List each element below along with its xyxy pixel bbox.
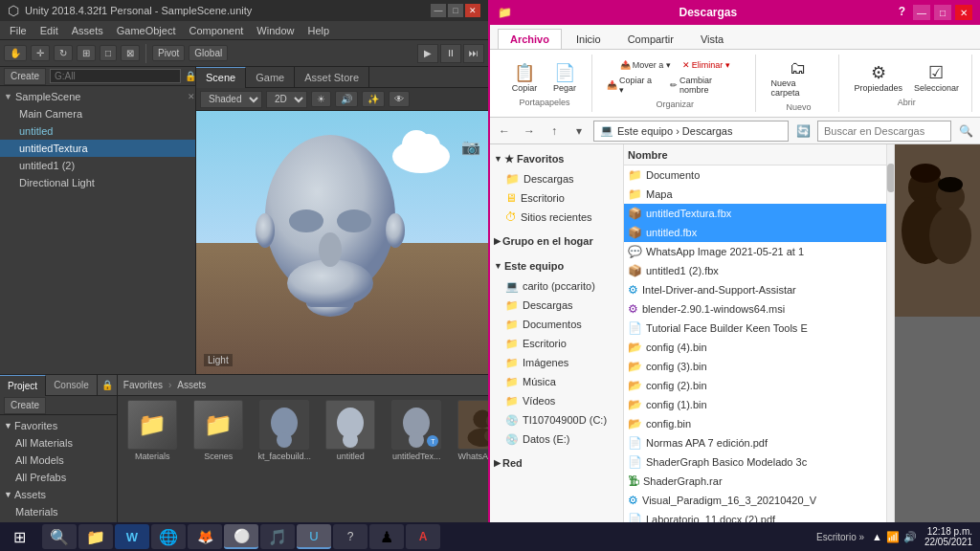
unity-minimize-btn[interactable]: — (431, 4, 446, 17)
eliminar-btn[interactable]: ✕ Eliminar ▾ (678, 57, 735, 73)
tool-rect[interactable]: □ (100, 45, 117, 61)
file-item[interactable]: 📂config (3).bin (624, 357, 886, 376)
refresh-btn[interactable]: 🔄 (792, 121, 813, 141)
hierarchy-search[interactable] (50, 69, 181, 83)
p-all-models[interactable]: All Models (0, 452, 117, 469)
equipo-header[interactable]: ▼ Este equipo (490, 255, 623, 276)
tab-scene[interactable]: Scene (196, 67, 246, 88)
file-item[interactable]: ⚙Intel-Driver-and-Support-Assistar (624, 280, 886, 299)
nav-back-btn[interactable]: ← (494, 121, 515, 141)
explorer-close-btn[interactable]: ✕ (955, 5, 972, 20)
file-item[interactable]: 📦untitledTextura.fbx (624, 204, 886, 223)
unity-win-controls[interactable]: — □ ✕ (431, 4, 480, 17)
file-item[interactable]: 📂config (4).bin (624, 338, 886, 357)
file-item[interactable]: 💬WhatsApp Image 2021-05-21 at 1 (624, 242, 886, 261)
explorer-minimize-btn[interactable]: — (913, 5, 930, 20)
tab-game[interactable]: Game (246, 67, 295, 88)
menu-window[interactable]: Window (251, 23, 300, 38)
taskbar-search[interactable]: 🔍 (42, 524, 77, 549)
scene-effect-btn[interactable]: ✨ (362, 91, 385, 107)
file-item[interactable]: 📦untitled.fbx (624, 223, 886, 242)
file-item[interactable]: 📄Normas APA 7 edición.pdf (624, 433, 886, 452)
mover-btn[interactable]: 📤 Mover a ▾ (615, 57, 676, 73)
tool-move[interactable]: ✛ (31, 45, 50, 61)
sidebar-escritorio[interactable]: 🖥 Escritorio (490, 188, 623, 208)
taskbar-word[interactable]: W (115, 524, 149, 549)
tool-hand[interactable]: ✋ (4, 45, 27, 61)
menu-component[interactable]: Component (183, 23, 249, 38)
ribbon-tab-compartir[interactable]: Compartir (615, 29, 686, 49)
h-untitled1[interactable]: untitled1 (2) (0, 157, 195, 174)
sidebar-descargas-2[interactable]: 📁 Descargas (490, 296, 623, 315)
p-favorites[interactable]: ▼ Favorites (0, 417, 117, 434)
menu-edit[interactable]: Edit (34, 23, 64, 38)
file-item[interactable]: 🗜ShaderGraph.rar (624, 472, 886, 491)
tool-scale[interactable]: ⊞ (77, 45, 96, 61)
file-item[interactable]: ⚙Visual_Paradigm_16_3_20210420_V (624, 491, 886, 510)
file-item[interactable]: 📁Mapa (624, 185, 886, 204)
taskbar-explorer[interactable]: 📁 (78, 524, 113, 549)
h-directional-light[interactable]: Directional Light (0, 174, 195, 191)
h-untitled[interactable]: untitled (0, 122, 195, 140)
copiar-a-btn[interactable]: 📥 Copiar a ▾ (602, 73, 663, 98)
explorer-maximize-btn[interactable]: □ (934, 5, 951, 20)
scrollbar-track[interactable] (886, 144, 894, 530)
taskbar-firefox[interactable]: 🦊 (188, 524, 222, 549)
sidebar-escritorio-2[interactable]: 📁 Escritorio (490, 334, 623, 353)
unity-maximize-btn[interactable]: □ (448, 4, 463, 17)
file-item[interactable]: 📂config.bin (624, 414, 886, 433)
nav-forward-btn[interactable]: → (519, 121, 540, 141)
taskbar-adobe[interactable]: A (406, 524, 440, 549)
red-header[interactable]: ▶ Red (490, 452, 623, 474)
sidebar-carito[interactable]: 💻 carito (pccarito) (490, 276, 623, 296)
tab-project[interactable]: Project (0, 375, 46, 396)
nav-up-btn[interactable]: ↑ (544, 121, 565, 141)
sidebar-sitios-recientes[interactable]: ⏱ Sitios recientes (490, 208, 623, 227)
p-assets[interactable]: ▼ Assets (0, 486, 117, 503)
ribbon-tab-archivo[interactable]: Archivo (498, 29, 562, 49)
taskbar-chess[interactable]: ♟ (369, 524, 404, 549)
tray-arrow[interactable]: ▲ (872, 531, 882, 542)
unity-close-btn[interactable]: ✕ (465, 4, 480, 17)
cambiar-btn[interactable]: ✏ Cambiar nombre (665, 73, 747, 98)
search-btn[interactable]: 🔍 (955, 121, 976, 141)
seleccionar-btn[interactable]: ☑ Seleccionar (909, 59, 964, 96)
file-item[interactable]: 📁Documento (624, 165, 886, 185)
tab-console[interactable]: Console (46, 375, 98, 396)
global-btn[interactable]: Global (189, 45, 228, 61)
sidebar-c-drive[interactable]: 💿 TI10704900D (C:) (490, 410, 623, 430)
pause-btn[interactable]: ⏸ (440, 44, 461, 63)
file-item[interactable]: 📦untitled1 (2).fbx (624, 261, 886, 280)
taskbar-ubuntu[interactable]: 🌐 (151, 524, 186, 549)
taskbar-unity[interactable]: U (297, 524, 331, 549)
p-all-materials[interactable]: All Materials (0, 434, 117, 452)
start-button[interactable]: ⊞ (0, 522, 38, 551)
h-untitled-textura[interactable]: untitledTextura (0, 140, 195, 157)
menu-help[interactable]: Help (301, 23, 335, 38)
hierarchy-create-btn[interactable]: Create (4, 68, 46, 85)
play-btn[interactable]: ▶ (417, 44, 438, 63)
ribbon-tab-vista[interactable]: Vista (688, 29, 736, 49)
tool-rotate[interactable]: ↻ (54, 45, 73, 61)
favoritos-header[interactable]: ▼ ★ Favoritos (490, 148, 623, 169)
nueva-carpeta-btn[interactable]: 🗂 Nueva carpeta (766, 55, 831, 100)
scene-light-btn[interactable]: ☀ (311, 91, 331, 107)
h-sample-scene[interactable]: ▼ SampleScene ✕ (0, 88, 195, 105)
tab-asset-store[interactable]: Asset Store (295, 67, 369, 88)
copiar-btn[interactable]: 📋 Copiar (505, 59, 544, 96)
file-item[interactable]: 📂config (2).bin (624, 376, 886, 395)
sidebar-videos[interactable]: 📁 Vídeos (490, 391, 623, 410)
menu-gameobject[interactable]: GameObject (111, 23, 182, 38)
grupo-header[interactable]: ▶ Grupo en el hogar (490, 231, 623, 252)
taskbar-chrome[interactable]: ⚪ (224, 524, 258, 549)
project-create-btn[interactable]: Create (4, 397, 46, 414)
h-main-camera[interactable]: Main Camera (0, 105, 195, 122)
file-item[interactable]: ⚙blender-2.90.1-windows64.msi (624, 299, 886, 319)
scene-canvas[interactable]: 📷 Light (196, 111, 488, 374)
scene-hide-btn[interactable]: 👁 (389, 91, 410, 107)
p-all-prefabs[interactable]: All Prefabs (0, 469, 117, 486)
step-btn[interactable]: ⏭ (463, 44, 484, 63)
file-item[interactable]: 📄Tutorial Face Builder Keen Tools E (624, 319, 886, 338)
pegar-btn[interactable]: 📄 Pegar (546, 59, 584, 96)
sidebar-imagenes[interactable]: 📁 Imágenes (490, 353, 623, 372)
